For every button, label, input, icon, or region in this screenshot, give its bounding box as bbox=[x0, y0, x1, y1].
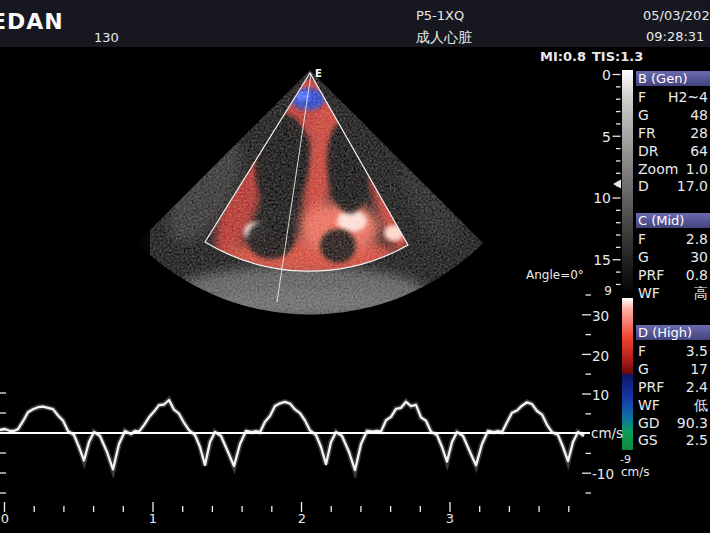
time-ruler-ticks bbox=[5, 502, 569, 512]
param-value: 30 bbox=[690, 249, 708, 267]
depth-label-5: 5 bbox=[585, 129, 611, 145]
color-velocity-bar bbox=[622, 298, 633, 450]
tis-index: TIS:1.3 bbox=[592, 49, 643, 64]
time-label-2: 2 bbox=[291, 511, 313, 526]
depth-label-0: 0 bbox=[585, 67, 611, 83]
param-value: 1.0 bbox=[686, 161, 708, 179]
time-label-3: 3 bbox=[439, 511, 461, 526]
orientation-marker: E bbox=[315, 68, 322, 79]
velocity-label-m10: -10 bbox=[592, 466, 614, 482]
param-value: 3.5 bbox=[686, 343, 708, 361]
system-date: 05/03/2021 bbox=[643, 8, 710, 23]
param-value: 28 bbox=[690, 125, 708, 143]
depth-ruler bbox=[613, 75, 621, 285]
param-label: GS bbox=[638, 432, 658, 450]
panel-d-header[interactable]: D (High) bbox=[636, 325, 710, 340]
panel-b-mode: B (Gen) FH2~4 G48 FR28 DR64 Zoom1.0 D17.… bbox=[636, 71, 710, 196]
panel-doppler-mode: D (High) F3.5 G17 PRF2.4 WF低 GD90.3 GS2.… bbox=[636, 325, 710, 450]
focus-marker-icon[interactable] bbox=[613, 180, 621, 189]
panel-c-header[interactable]: C (Mid) bbox=[636, 213, 710, 228]
param-label: PRF bbox=[638, 379, 664, 397]
velocity-scale-ticks bbox=[0, 295, 591, 493]
param-label: F bbox=[638, 231, 646, 249]
param-value: 64 bbox=[690, 143, 708, 161]
gain-readout: 130 bbox=[94, 30, 119, 45]
mi-index: MI:0.8 bbox=[540, 49, 586, 64]
param-label: G bbox=[638, 361, 649, 379]
time-label-1: 1 bbox=[142, 511, 164, 526]
edan-logo: EDAN bbox=[0, 9, 64, 34]
param-value: 2.5 bbox=[686, 432, 708, 450]
param-value: 2.8 bbox=[686, 231, 708, 249]
param-label: F bbox=[638, 89, 646, 107]
param-value: H2~4 bbox=[668, 89, 708, 107]
param-label: PRF bbox=[638, 267, 664, 285]
param-label: G bbox=[638, 107, 649, 125]
param-value: 高 bbox=[694, 285, 708, 303]
colorbar-max-label: 9 bbox=[598, 284, 612, 298]
grayscale-bar bbox=[622, 70, 633, 290]
velocity-label-30: 30 bbox=[592, 308, 609, 324]
param-label: FR bbox=[638, 125, 656, 143]
baseline-unit-label: cm/s bbox=[591, 425, 623, 441]
param-label: D bbox=[638, 178, 649, 196]
depth-label-10: 10 bbox=[585, 190, 611, 206]
velocity-label-20: 20 bbox=[592, 348, 609, 364]
param-value: 低 bbox=[694, 397, 708, 415]
velocity-label-10: 10 bbox=[592, 387, 609, 403]
param-label: F bbox=[638, 343, 646, 361]
param-value: 90.3 bbox=[677, 415, 708, 433]
exam-preset[interactable]: 成人心脏 bbox=[416, 29, 472, 47]
spectral-trace bbox=[0, 400, 584, 470]
param-label: GD bbox=[638, 415, 660, 433]
system-time: 09:28:31 bbox=[646, 29, 704, 44]
time-label-0: 0 bbox=[0, 511, 16, 526]
angle-readout: Angle=0° bbox=[526, 268, 584, 282]
panel-b-header[interactable]: B (Gen) bbox=[636, 71, 710, 86]
param-label: Zoom bbox=[638, 161, 678, 179]
param-label: WF bbox=[638, 285, 660, 303]
param-label: DR bbox=[638, 143, 659, 161]
param-value: 0.8 bbox=[686, 267, 708, 285]
param-value: 17.0 bbox=[677, 178, 708, 196]
panel-color-mode: C (Mid) F2.8 G30 PRF0.8 WF高 bbox=[636, 213, 710, 303]
depth-label-15: 15 bbox=[585, 252, 611, 268]
param-value: 2.4 bbox=[686, 379, 708, 397]
ultrasound-screen: EDAN 130 P5-1XQ 成人心脏 05/03/2021 09:28:31… bbox=[0, 0, 710, 533]
param-value: 48 bbox=[690, 107, 708, 125]
colorbar-unit-label: cm/s bbox=[621, 465, 650, 479]
param-label: WF bbox=[638, 397, 660, 415]
top-bar: EDAN 130 P5-1XQ 成人心脏 05/03/2021 09:28:31 bbox=[0, 0, 710, 47]
param-label: G bbox=[638, 249, 649, 267]
param-value: 17 bbox=[690, 361, 708, 379]
probe-name[interactable]: P5-1XQ bbox=[416, 8, 464, 23]
